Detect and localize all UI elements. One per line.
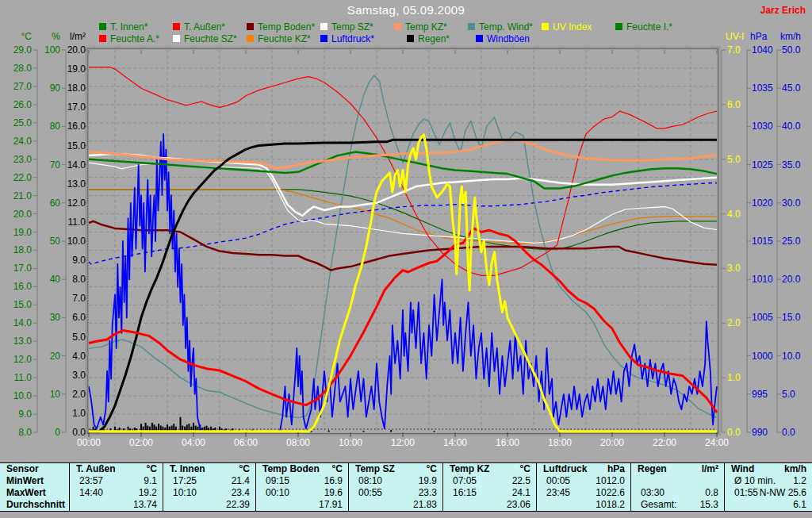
weather-chart: °C29.028.027.026.025.024.023.022.021.020… <box>0 0 812 462</box>
svg-text:20.0: 20.0 <box>67 44 86 56</box>
table-column-wind: Windkm/hØ 10 min.1.201:55N-NW 25.66.1 <box>725 463 812 511</box>
svg-text:21.0: 21.0 <box>13 190 33 201</box>
column-header: Temp Boden°C <box>256 463 348 475</box>
sensor-unit: °C <box>520 463 530 474</box>
column-header: Temp SZ°C <box>349 463 442 475</box>
sensor-name: Wind <box>731 463 754 474</box>
svg-text:20.0: 20.0 <box>13 209 33 220</box>
feuchte-i-swatch-icon <box>615 23 622 30</box>
legend-item-temp-boden: Temp Boden* <box>247 22 315 31</box>
uv-index-swatch-icon <box>542 23 549 30</box>
svg-text:9.0: 9.0 <box>72 255 86 266</box>
series-regen_bars <box>434 431 435 432</box>
svg-text:19.0: 19.0 <box>13 227 33 238</box>
sensor-name: Temp SZ <box>355 463 395 474</box>
legend-item-feuchte-kz: Feuchte KZ* <box>247 34 311 43</box>
svg-text:22.0: 22.0 <box>13 172 33 183</box>
feuchte-sz-swatch-icon <box>173 35 180 42</box>
svg-text:0.0: 0.0 <box>727 427 741 438</box>
svg-text:8.0: 8.0 <box>72 274 86 285</box>
svg-text:1015: 1015 <box>752 236 773 247</box>
svg-text:60: 60 <box>50 198 61 209</box>
value-time: 16:15 <box>453 487 477 498</box>
legend-label: Temp. Wind* <box>479 21 533 33</box>
value-time: 08:10 <box>358 475 382 486</box>
feuchte-kz-swatch-icon <box>247 35 254 42</box>
legend-item-regen: Regen* <box>407 34 450 43</box>
svg-text:UV-I: UV-I <box>726 31 744 42</box>
sensor-name: Luftdruck <box>543 463 587 474</box>
svg-text:70: 70 <box>50 159 61 171</box>
svg-text:20: 20 <box>50 351 61 362</box>
svg-text:11.0: 11.0 <box>14 372 33 383</box>
feuchte-a-swatch-icon <box>99 35 106 42</box>
value-time: 07:05 <box>453 475 477 486</box>
table-column-luftdruck: LuftdruckhPa00:051012.023:451022.61018.2 <box>537 463 631 511</box>
column-value-row: 01:55N-NW 25.6 <box>725 487 812 499</box>
legend-item-windboeen: Windböen <box>476 34 530 43</box>
svg-text:27.0: 27.0 <box>13 81 33 92</box>
author-watermark: Jarz Erich <box>760 5 806 16</box>
svg-text:02:00: 02:00 <box>129 437 153 448</box>
table-column-temp-kz: Temp KZ°C07:0522.516:1524.123.06 <box>443 463 537 511</box>
value: 15.3 <box>700 499 718 510</box>
svg-text:18.0: 18.0 <box>13 244 33 255</box>
svg-text:16:00: 16:00 <box>496 437 519 448</box>
svg-text:18:00: 18:00 <box>548 437 572 448</box>
column-value-row: 1018.2 <box>537 498 630 510</box>
svg-text:17.0: 17.0 <box>67 102 86 113</box>
sensor-name: Temp Boden <box>262 463 320 474</box>
column-value-row: 23:579.1 <box>70 475 163 487</box>
svg-text:100: 100 <box>44 44 60 56</box>
svg-text:9.0: 9.0 <box>18 409 32 420</box>
value: 1022.6 <box>596 487 625 498</box>
svg-text:15.0: 15.0 <box>782 312 801 323</box>
svg-text:0.0: 0.0 <box>782 427 795 438</box>
svg-text:29.0: 29.0 <box>13 44 33 56</box>
svg-text:3.0: 3.0 <box>727 263 741 274</box>
row-label: Sensor <box>0 463 69 475</box>
column-value-row: 6.1 <box>725 498 812 510</box>
value-time: 10:10 <box>173 487 197 498</box>
column-header: T. Außen°C <box>70 463 163 475</box>
legend-item-feuchte-sz: Feuchte SZ* <box>173 34 237 43</box>
svg-text:0: 0 <box>55 427 60 438</box>
svg-text:50.0: 50.0 <box>782 44 801 56</box>
column-value-row: 13.74 <box>70 498 163 510</box>
row-label: MinWert <box>0 475 69 487</box>
t-aussen-swatch-icon <box>173 23 180 30</box>
svg-text:24.0: 24.0 <box>13 136 33 147</box>
column-value-row: 23:451022.6 <box>537 487 630 499</box>
svg-text:18.0: 18.0 <box>67 82 86 94</box>
sensor-name: T. Außen <box>76 463 116 474</box>
svg-text:50: 50 <box>50 236 61 247</box>
column-value-row: 00:5523.3 <box>349 487 442 499</box>
table-column-t-au-en: T. Außen°C23:579.114:4019.213.74 <box>70 463 163 511</box>
value: 23.06 <box>507 499 530 510</box>
table-column-regen: Regenl/m²03:300.8Gesamt:15.3 <box>631 463 725 511</box>
svg-text:08:00: 08:00 <box>286 437 310 448</box>
value: 13.74 <box>133 499 157 510</box>
svg-text:25.0: 25.0 <box>782 236 801 247</box>
svg-text:7.0: 7.0 <box>72 293 86 304</box>
value: 24.1 <box>512 487 530 498</box>
svg-text:40: 40 <box>50 274 61 285</box>
value-time: 09:15 <box>266 475 289 486</box>
value-time: 23:45 <box>546 487 570 498</box>
row-label: MaxWert <box>0 487 69 499</box>
svg-text:30: 30 <box>50 312 61 323</box>
svg-text:5.0: 5.0 <box>72 332 86 343</box>
value-time: Ø 10 min. <box>734 475 776 486</box>
svg-text:1.0: 1.0 <box>72 408 86 419</box>
svg-text:990: 990 <box>752 427 768 438</box>
value: 23.4 <box>232 487 250 498</box>
svg-text:hPa: hPa <box>750 31 768 42</box>
legend-label: Feuchte A.* <box>110 33 159 44</box>
value: 21.83 <box>413 499 437 510</box>
column-header: LuftdruckhPa <box>537 463 630 475</box>
svg-text:06:00: 06:00 <box>234 437 258 448</box>
value-time: 23:57 <box>79 475 103 486</box>
svg-text:8.0: 8.0 <box>18 427 32 438</box>
svg-text:14.0: 14.0 <box>67 159 86 171</box>
value: 0.8 <box>705 487 718 498</box>
